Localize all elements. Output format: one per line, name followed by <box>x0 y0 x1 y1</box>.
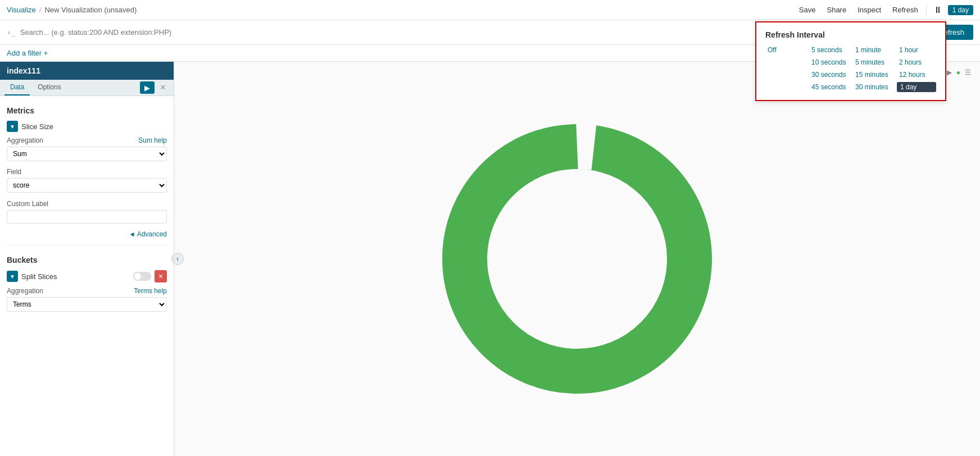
interval-item-5s[interactable]: 5 seconds <box>809 45 849 55</box>
sidebar-tabs: Data Options ▶ × <box>0 80 174 96</box>
metrics-section-title: Metrics <box>7 106 167 115</box>
interval-item-2h[interactable]: 2 hours <box>897 57 936 67</box>
interval-grid: Off 5 seconds 10 seconds 30 seconds 45 s… <box>765 45 936 92</box>
interval-item-1h[interactable]: 1 hour <box>897 45 936 55</box>
advanced-link[interactable]: ◄ Advanced <box>7 230 167 238</box>
sidebar-content: Metrics ▼ Slice Size Aggregation Sum hel… <box>0 96 174 456</box>
index-name: index111 <box>7 66 40 75</box>
inspect-button[interactable]: Inspect <box>853 3 886 16</box>
dot-icon: ● <box>956 69 960 76</box>
bucket-aggregation-label: Aggregation <box>7 287 43 295</box>
split-slices-label: Split Slices <box>21 272 57 281</box>
donut-chart <box>442 124 712 394</box>
refresh-interval-dropdown: Refresh Interval Off 5 seconds 10 second… <box>755 21 946 101</box>
field-select[interactable]: score bytes response_time <box>7 178 167 193</box>
interval-item-1m[interactable]: 1 minute <box>853 45 892 55</box>
bucket-aggregation-group: Aggregation Terms help Terms Filters His… <box>7 287 167 312</box>
slice-size-collapse-button[interactable]: ▼ <box>7 121 18 132</box>
interval-item-10s[interactable]: 10 seconds <box>809 57 849 67</box>
pause-button[interactable]: ⏸ <box>930 4 946 16</box>
refresh-button[interactable]: Refresh <box>888 3 923 16</box>
page-title: New Visualization (unsaved) <box>44 6 137 14</box>
field-group: Field score bytes response_time <box>7 168 167 193</box>
viz-area: ▶ ● ☰ <box>174 62 980 456</box>
bucket-aggregation-select[interactable]: Terms Filters Histogram <box>7 297 167 312</box>
svg-point-1 <box>510 191 645 326</box>
visualize-link[interactable]: Visualize <box>7 6 36 14</box>
interval-item-45s[interactable]: 45 seconds <box>809 82 849 92</box>
sidebar-header: index111 <box>0 62 174 80</box>
top-nav: Visualize / New Visualization (unsaved) … <box>0 0 980 20</box>
buckets-section: Buckets ▼ Split Slices × Aggregation Ter… <box>7 245 167 312</box>
legend-icon[interactable]: ☰ <box>965 69 971 76</box>
aggregation-select[interactable]: Sum Average Count Max Min <box>7 147 167 161</box>
nav-divider <box>926 4 927 16</box>
time-badge[interactable]: 1 day <box>948 5 973 15</box>
split-slices-delete-button[interactable]: × <box>155 270 167 282</box>
tab-options[interactable]: Options <box>32 80 66 95</box>
sidebar-resize-handle[interactable] <box>171 62 176 456</box>
save-button[interactable]: Save <box>795 3 820 16</box>
share-button[interactable]: Share <box>822 3 851 16</box>
custom-label-input[interactable] <box>7 210 167 224</box>
slice-size-header: ▼ Slice Size <box>7 121 167 132</box>
sidebar: index111 Data Options ▶ × Metrics ▼ Slic… <box>0 62 174 456</box>
breadcrumb-separator: / <box>39 6 42 14</box>
refresh-interval-title: Refresh Interval <box>765 30 936 39</box>
field-label: Field <box>7 168 21 176</box>
custom-label-label: Custom Label <box>7 200 48 208</box>
aggregation-help[interactable]: Sum help <box>138 136 167 144</box>
buckets-title: Buckets <box>7 256 167 265</box>
interval-item-1d[interactable]: 1 day <box>897 82 936 92</box>
main: index111 Data Options ▶ × Metrics ▼ Slic… <box>0 62 980 456</box>
custom-label-group: Custom Label <box>7 199 167 224</box>
split-slices-header: ▼ Split Slices × <box>7 270 167 282</box>
interval-item-30m[interactable]: 30 minutes <box>853 82 892 92</box>
nav-actions: Save Share Inspect Refresh ⏸ 1 day <box>795 3 973 16</box>
split-slices-collapse-button[interactable]: ▼ <box>7 271 18 282</box>
search-prompt-icon: ›_ <box>7 28 16 37</box>
add-filter-link[interactable]: Add a filter + <box>7 49 48 57</box>
bucket-aggregation-help[interactable]: Terms help <box>134 287 167 295</box>
aggregation-label: Aggregation <box>7 136 43 144</box>
interval-item-30s[interactable]: 30 seconds <box>809 70 849 80</box>
tab-data[interactable]: Data <box>4 80 30 95</box>
interval-item-15m[interactable]: 15 minutes <box>853 70 892 80</box>
interval-item-5m[interactable]: 5 minutes <box>853 57 892 67</box>
interval-item-12h[interactable]: 12 hours <box>897 70 936 80</box>
viz-toolbar: ▶ ● ☰ <box>947 69 971 76</box>
interval-item-off[interactable]: Off <box>765 45 805 55</box>
run-button[interactable]: ▶ <box>140 81 155 94</box>
slice-size-label: Slice Size <box>21 122 53 131</box>
close-sidebar-button[interactable]: × <box>157 81 169 94</box>
split-slices-toggle[interactable] <box>133 272 151 281</box>
aggregation-group: Aggregation Sum help Sum Average Count M… <box>7 136 167 161</box>
expand-icon[interactable]: ▶ <box>947 69 952 76</box>
breadcrumb: Visualize / New Visualization (unsaved) <box>7 6 137 14</box>
